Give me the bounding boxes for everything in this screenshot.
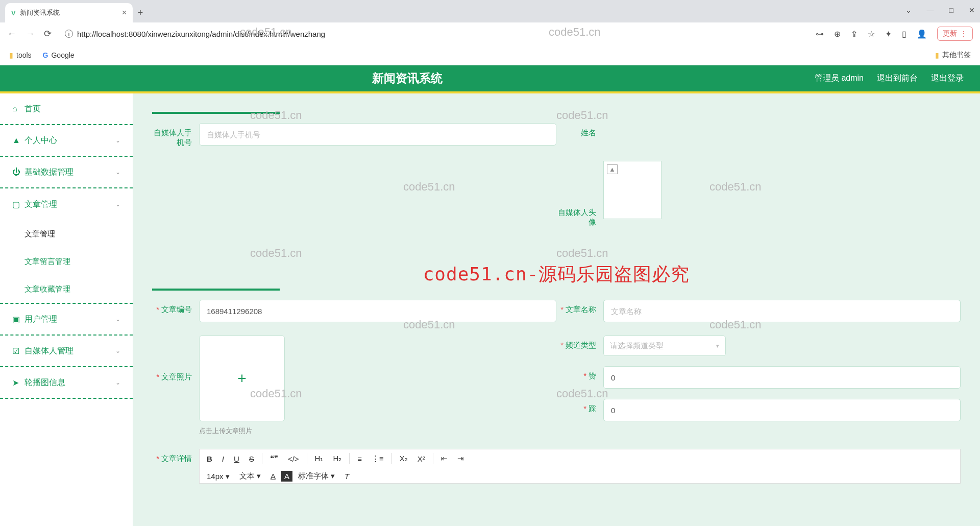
app-title: 新闻资讯系统	[0, 70, 815, 86]
back-icon[interactable]: ←	[7, 29, 16, 39]
reload-icon[interactable]: ⟳	[44, 28, 52, 39]
like-input[interactable]	[603, 366, 961, 389]
window-controls: ⌄ — □ ✕	[905, 6, 975, 14]
sidebar-item-basedata[interactable]: ⏻基础数据管理⌄	[0, 157, 133, 188]
user-label[interactable]: 管理员 admin	[815, 73, 864, 84]
channel-select[interactable]: 请选择频道类型▾	[603, 336, 726, 356]
tab-title: 新闻资讯系统	[20, 8, 60, 17]
h2-button[interactable]: H₂	[329, 451, 346, 466]
check-icon: ☑	[12, 346, 24, 356]
chevron-down-icon: ⌄	[115, 137, 120, 144]
bgcolor-button[interactable]: A	[281, 471, 292, 482]
tab-bar: V 新闻资讯系统 × + ⌄ — □ ✕	[0, 0, 980, 22]
indent-button[interactable]: ⇤	[437, 451, 452, 466]
update-button[interactable]: 更新⋮	[937, 27, 973, 41]
fontsize-select[interactable]: 14px ▾	[203, 469, 234, 484]
url-field[interactable]: i http://localhost:8080/xinwenzixunxiton…	[61, 30, 806, 38]
sidebar-sub-article[interactable]: 文章管理	[0, 220, 133, 248]
sidebar-sub-collect[interactable]: 文章收藏管理	[0, 275, 133, 303]
article-photo-label: *文章照片	[152, 336, 199, 382]
google-icon: G	[43, 51, 48, 59]
folder-icon: ▮	[935, 51, 939, 59]
sup-button[interactable]: X²	[413, 452, 429, 466]
sidebar-item-article[interactable]: ▢文章管理⌄	[0, 188, 133, 220]
address-bar: ← → ⟳ i http://localhost:8080/xinwenzixu…	[0, 22, 980, 45]
article-no-label: *文章编号	[152, 300, 199, 315]
bold-button[interactable]: B	[203, 452, 216, 466]
media-head-label: 自媒体人头像	[556, 161, 603, 227]
users-icon: ▣	[12, 315, 24, 324]
article-name-input[interactable]	[603, 300, 961, 322]
sidebar-sub-comment[interactable]: 文章留言管理	[0, 248, 133, 275]
article-name-label: *文章名称	[556, 300, 603, 315]
home-icon: ⌂	[12, 104, 24, 113]
sidebar-item-personal[interactable]: ▲个人中心⌄	[0, 125, 133, 157]
browser-chrome: V 新闻资讯系统 × + ⌄ — □ ✕ ← → ⟳ i http://loca…	[0, 0, 980, 65]
ol-button[interactable]: ≡	[353, 452, 366, 466]
channel-label: *频道类型	[556, 336, 603, 356]
sidebar-item-media[interactable]: ☑自媒体人管理⌄	[0, 336, 133, 367]
editor-toolbar: B I U S ❝❞ </> H₁ H₂ ≡ ⋮≡ X₂	[199, 449, 961, 484]
forward-icon[interactable]: →	[26, 29, 35, 39]
upload-hint: 点击上传文章照片	[199, 426, 285, 436]
app-root: 新闻资讯系统 管理员 admin 退出到前台 退出登录 ⌂首页 ▲个人中心⌄ ⏻…	[0, 65, 980, 526]
power-icon: ⏻	[12, 168, 24, 177]
chevron-down-icon[interactable]: ⌄	[905, 6, 912, 14]
sidebar-item-carousel[interactable]: ➤轮播图信息⌄	[0, 367, 133, 399]
plus-icon: +	[237, 370, 247, 387]
quote-button[interactable]: ❝❞	[266, 451, 282, 466]
h1-button[interactable]: H₁	[311, 451, 328, 466]
dislike-input[interactable]	[603, 399, 961, 421]
outdent-button[interactable]: ⇥	[453, 451, 468, 466]
user-icon: ▲	[12, 136, 24, 145]
code-button[interactable]: </>	[284, 452, 303, 466]
topbar-links: 管理员 admin 退出到前台 退出登录	[815, 73, 980, 84]
style-select[interactable]: 文本 ▾	[235, 469, 265, 484]
main-content: 自媒体人手机号 姓名 自媒体人头像 ▲ *文章编号	[133, 93, 980, 526]
watermark: code51.cn	[250, 247, 302, 260]
zoom-icon[interactable]: ⊕	[834, 29, 841, 39]
chevron-down-icon: ▾	[716, 343, 719, 349]
panel-icon[interactable]: ▯	[902, 29, 906, 39]
key-icon[interactable]: ⊶	[816, 29, 824, 39]
article-no-input[interactable]	[199, 300, 556, 322]
upload-photo-box[interactable]: +	[199, 336, 285, 421]
media-head-image[interactable]: ▲	[603, 161, 662, 219]
chevron-down-icon: ⌄	[115, 379, 120, 386]
maximize-icon[interactable]: □	[949, 6, 953, 14]
big-watermark: code51.cn-源码乐园盗图必究	[423, 262, 690, 287]
bookmark-google[interactable]: GGoogle	[43, 51, 75, 59]
exit-front-link[interactable]: 退出到前台	[877, 73, 918, 84]
chevron-down-icon: ⌄	[115, 316, 120, 323]
new-tab-button[interactable]: +	[133, 8, 148, 22]
name-label: 姓名	[556, 123, 603, 138]
underline-button[interactable]: U	[230, 452, 243, 466]
chevron-down-icon: ⌄	[115, 201, 120, 208]
strike-button[interactable]: S	[245, 452, 258, 466]
close-window-icon[interactable]: ✕	[969, 6, 975, 14]
ul-button[interactable]: ⋮≡	[368, 451, 388, 466]
folder-icon: ▮	[9, 51, 13, 59]
bookmark-other[interactable]: ▮其他书签	[935, 51, 971, 60]
url-text: http://localhost:8080/xinwenzixunxitong/…	[77, 30, 325, 38]
sidebar-item-home[interactable]: ⌂首页	[0, 93, 133, 125]
clear-button[interactable]: T	[340, 469, 353, 483]
section-badge	[152, 112, 280, 114]
font-select[interactable]: 标准字体 ▾	[294, 469, 339, 484]
italic-button[interactable]: I	[218, 452, 228, 466]
extensions-icon[interactable]: ✦	[885, 29, 892, 39]
media-phone-input[interactable]	[199, 123, 556, 146]
logout-link[interactable]: 退出登录	[931, 73, 964, 84]
color-button[interactable]: A	[266, 469, 280, 483]
minimize-icon[interactable]: —	[927, 6, 934, 14]
section-badge	[152, 289, 280, 291]
browser-tab[interactable]: V 新闻资讯系统 ×	[5, 3, 133, 22]
sidebar-item-user[interactable]: ▣用户管理⌄	[0, 304, 133, 336]
close-tab-icon[interactable]: ×	[122, 8, 127, 17]
info-icon[interactable]: i	[65, 30, 73, 38]
star-icon[interactable]: ☆	[868, 29, 875, 39]
bookmark-tools[interactable]: ▮tools	[9, 51, 32, 59]
share-icon[interactable]: ⇪	[851, 29, 857, 39]
sub-button[interactable]: X₂	[396, 451, 412, 466]
profile-icon[interactable]: 👤	[917, 29, 927, 39]
